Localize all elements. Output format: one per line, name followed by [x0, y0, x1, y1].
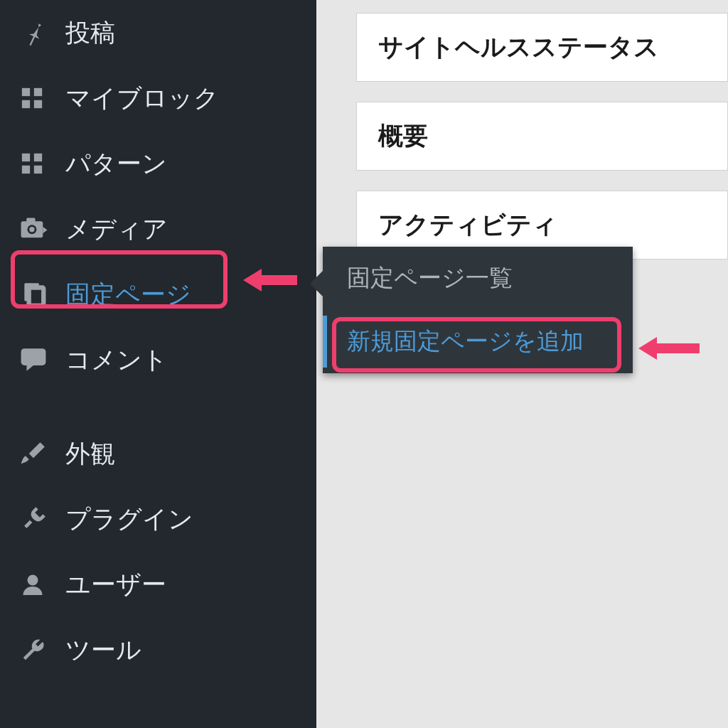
sidebar-item-label: メディア: [65, 213, 168, 246]
sidebar-item-users[interactable]: ユーザー: [0, 552, 316, 617]
flyout-item-add-new-page[interactable]: 新規固定ページを追加: [323, 310, 633, 373]
sidebar-item-my-blocks[interactable]: マイブロック: [0, 65, 316, 131]
sidebar-item-label: 固定ページ: [65, 278, 191, 311]
sidebar-divider: [0, 392, 316, 421]
flyout-item-label: 新規固定ページを追加: [347, 328, 584, 354]
svg-rect-15: [21, 348, 46, 365]
sidebar-item-label: 投稿: [65, 16, 115, 50]
sidebar-item-pages[interactable]: 固定ページ: [0, 262, 316, 327]
panel-title: 概要: [378, 122, 428, 149]
sidebar-item-plugins[interactable]: プラグイン: [0, 486, 316, 552]
admin-sidebar: 投稿 マイブロック パターン メディア 固定ページ コメント: [0, 0, 316, 728]
sidebar-item-comments[interactable]: コメント: [0, 327, 316, 392]
svg-point-10: [29, 227, 34, 232]
sidebar-item-label: コメント: [65, 343, 168, 377]
svg-rect-1: [34, 88, 42, 96]
svg-rect-4: [22, 154, 30, 161]
flyout-item-label: 固定ページ一覧: [347, 264, 513, 291]
wrench-icon: [20, 636, 53, 663]
sidebar-item-media[interactable]: メディア: [0, 196, 316, 262]
sidebar-item-label: マイブロック: [65, 82, 219, 115]
sidebar-item-patterns[interactable]: パターン: [0, 131, 316, 196]
pages-icon: [20, 281, 53, 308]
svg-rect-11: [26, 218, 35, 223]
svg-rect-6: [22, 166, 30, 173]
sidebar-item-label: パターン: [65, 147, 167, 181]
brush-icon: [20, 440, 53, 467]
flyout-item-page-list[interactable]: 固定ページ一覧: [323, 247, 633, 310]
pages-flyout: 固定ページ一覧 新規固定ページを追加: [323, 247, 633, 373]
svg-rect-16: [24, 520, 32, 528]
grid-icon: [20, 151, 53, 176]
panel-title: サイトヘルスステータス: [378, 33, 659, 60]
panel-overview[interactable]: 概要: [356, 102, 728, 171]
plug-icon: [20, 505, 53, 532]
camera-icon: [20, 217, 53, 241]
comment-icon: [20, 347, 53, 373]
svg-rect-0: [22, 88, 30, 96]
sidebar-item-label: ユーザー: [65, 568, 166, 601]
sidebar-item-label: 外観: [65, 437, 115, 471]
user-icon: [20, 572, 53, 597]
svg-rect-7: [34, 166, 42, 173]
sidebar-item-label: プラグイン: [65, 503, 193, 536]
svg-rect-2: [22, 100, 30, 108]
svg-rect-3: [34, 100, 42, 108]
grid-icon: [20, 86, 53, 110]
pin-icon: [20, 19, 53, 46]
annotation-arrow-left-2: [638, 337, 700, 360]
svg-rect-5: [34, 154, 42, 161]
sidebar-item-posts[interactable]: 投稿: [0, 0, 316, 65]
svg-point-17: [28, 575, 38, 586]
sidebar-item-appearance[interactable]: 外観: [0, 421, 316, 486]
panel-site-health[interactable]: サイトヘルスステータス: [356, 13, 728, 82]
sidebar-item-tools[interactable]: ツール: [0, 617, 316, 682]
sidebar-item-label: ツール: [65, 633, 141, 667]
panel-title: アクティビティ: [378, 210, 557, 238]
